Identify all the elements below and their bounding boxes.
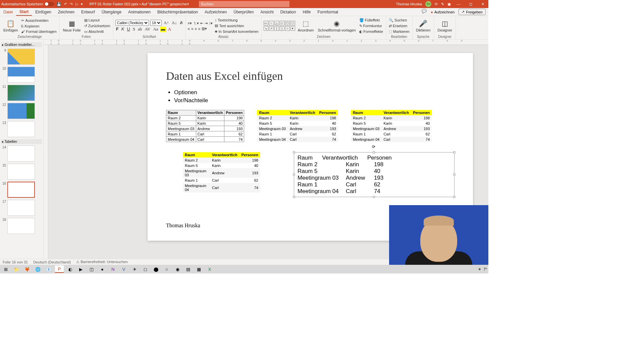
smartart-button[interactable]: ◈ In SmartArt konvertieren <box>214 29 259 34</box>
tab-dictation[interactable]: Dictation <box>277 8 300 16</box>
section-button[interactable]: ▭ Abschnitt <box>84 29 111 34</box>
slide-thumbnails[interactable]: ▸ Grafiken modellier... 9 10 11 12 13 ▸ … <box>0 40 44 259</box>
search-input[interactable] <box>199 1 289 7</box>
app-icon[interactable]: ◐ <box>66 265 74 273</box>
strike-button[interactable]: ab <box>137 26 143 32</box>
draw-icon[interactable]: ✎ <box>441 2 444 6</box>
font-name-select[interactable]: Calibri (Textkörper) <box>115 20 149 26</box>
columns-icon[interactable]: ▥▾ <box>202 26 207 31</box>
autosave-toggle[interactable]: Automatisches Speichern <box>1 2 54 6</box>
slide-bullets[interactable]: Optionen Vor/Nachteile <box>166 89 454 104</box>
thumb-13[interactable]: 13 <box>1 121 42 137</box>
thumb-15[interactable]: 15 <box>1 164 42 180</box>
tab-einfuegen[interactable]: Einfügen <box>32 8 54 16</box>
undo-icon[interactable]: ↶ <box>64 2 67 6</box>
weather-icon[interactable]: ☀ <box>478 267 481 272</box>
tab-aufzeichnen[interactable]: Aufzeichnen <box>201 8 230 16</box>
minimize-button[interactable]: — <box>454 2 463 6</box>
tab-start[interactable]: Start <box>16 8 32 16</box>
bold-button[interactable]: F <box>115 26 119 32</box>
visio-icon[interactable]: V <box>119 265 128 273</box>
numbering-icon[interactable]: ⒈▾ <box>193 21 199 26</box>
indent-dec-icon[interactable]: ⇤ <box>200 21 203 25</box>
clear-format-icon[interactable]: A̷ <box>179 20 183 25</box>
line-spacing-icon[interactable]: ↕▾ <box>209 21 213 25</box>
comments-icon[interactable]: 💬 <box>422 9 427 15</box>
tab-hilfe[interactable]: Hilfe <box>299 8 314 16</box>
toggle-switch[interactable] <box>45 2 54 6</box>
effects-button[interactable]: ◐ Formeffekte <box>359 29 384 34</box>
table-4[interactable]: RaumVerantwortlichPersonenRaum 2Karin198… <box>183 152 260 192</box>
firefox-icon[interactable]: 🦊 <box>23 265 32 273</box>
app-icon-5[interactable]: ○ <box>162 265 171 273</box>
shrink-font-icon[interactable]: A↓ <box>171 20 178 25</box>
copy-button[interactable]: ⎘ Kopieren <box>20 24 57 28</box>
underline-button[interactable]: U <box>126 26 130 32</box>
paste-button[interactable]: 📋Einfügen <box>2 19 19 33</box>
share-button[interactable]: ↗ Freigeben <box>459 9 486 15</box>
explorer-icon[interactable]: 📁 <box>12 265 21 273</box>
shapes-gallery[interactable]: ▭○△◇⬠⬡ ↘↗{}☆▾ <box>264 21 295 31</box>
resize-handle[interactable] <box>453 151 455 154</box>
thumb-18[interactable]: 18 <box>1 218 42 234</box>
app-icon-4[interactable]: ◻ <box>141 265 150 273</box>
tab-zeichnen[interactable]: Zeichnen <box>55 8 78 16</box>
chrome-icon[interactable]: 🌐 <box>34 265 42 273</box>
select-button[interactable]: ⬚ Markieren <box>388 29 410 34</box>
sync-icon[interactable]: ⟳ <box>435 2 438 6</box>
bullets-icon[interactable]: ≡▾ <box>188 21 192 25</box>
outline-button[interactable]: ✎ Formkontur <box>359 23 384 28</box>
find-button[interactable]: 🔍 Suchen <box>388 18 410 23</box>
app-icon-8[interactable]: ▦ <box>195 265 203 273</box>
highlight-button[interactable]: ▬ <box>160 26 166 32</box>
vlc-icon[interactable]: ▶ <box>76 265 85 273</box>
slideshow-icon[interactable]: ▷ <box>75 2 78 6</box>
resize-handle[interactable] <box>373 151 375 154</box>
section-header-2[interactable]: ▸ Tabellen <box>1 139 42 144</box>
start-button[interactable]: ⊞ <box>1 265 10 273</box>
fill-button[interactable]: 🪣 Fülleffekt <box>359 18 384 23</box>
user-name[interactable]: Thomas Hruska <box>396 2 422 6</box>
more-icon[interactable]: ▾ <box>81 2 83 6</box>
cut-button[interactable]: ✂ Ausschneiden <box>20 18 57 23</box>
thumb-12[interactable]: 12 <box>1 103 42 119</box>
italic-button[interactable]: K <box>121 26 125 32</box>
tab-formformat[interactable]: Formformat <box>314 8 341 16</box>
onenote-icon[interactable]: N <box>109 265 117 273</box>
thumb-17[interactable]: 17 <box>1 200 42 216</box>
table-1[interactable]: RaumVerantwortlichPersonenRaum 2Karin198… <box>166 110 244 142</box>
align-center-icon[interactable]: ≡ <box>191 27 193 31</box>
quick-styles-button[interactable]: ◉Schnellformat-vorlagen <box>316 19 357 33</box>
obs-icon[interactable]: ⬤ <box>152 265 160 273</box>
grow-font-icon[interactable]: A↑ <box>163 20 170 25</box>
thumb-11[interactable]: 11 <box>1 85 42 101</box>
tab-ansicht[interactable]: Ansicht <box>257 8 277 16</box>
tab-bildschirm[interactable]: Bildschirmpräsentation <box>154 8 201 16</box>
tab-datei[interactable]: Datei <box>0 8 16 16</box>
align-right-icon[interactable]: ≡ <box>195 27 197 31</box>
slide-title[interactable]: Daten aus Excel einfügen <box>166 70 454 82</box>
user-avatar[interactable]: TH <box>425 1 431 7</box>
app-icon-7[interactable]: ▤ <box>184 265 193 273</box>
weather-temp[interactable]: 7° <box>483 267 487 271</box>
window-icon[interactable]: ▣ <box>447 2 451 6</box>
outlook-icon[interactable]: 📧 <box>44 265 53 273</box>
app-icon-6[interactable]: ◉ <box>173 265 182 273</box>
font-size-select[interactable]: 18 <box>150 20 162 26</box>
redo-icon[interactable]: ↷ <box>70 2 73 6</box>
slide-footer[interactable]: Thomas Hruska <box>166 223 200 229</box>
language-status[interactable]: Deutsch (Deutschland) <box>33 260 71 264</box>
powerpoint-icon[interactable]: P <box>55 265 64 273</box>
text-direction-button[interactable]: ↕ Textrichtung <box>214 18 259 22</box>
selected-text-box[interactable]: ⟳ RaumVerantwortlichPersonenRaum 2Karin1… <box>294 152 454 197</box>
thumb-14[interactable]: 14 <box>1 145 42 162</box>
indent-inc-icon[interactable]: ⇥ <box>205 21 208 25</box>
resize-handle[interactable] <box>453 196 455 198</box>
thumb-16[interactable]: 16 <box>1 182 42 198</box>
slide-counter[interactable]: Folie 16 von 31 <box>3 260 28 264</box>
font-color-button[interactable]: A <box>167 26 172 32</box>
table-3[interactable]: RaumVerantwortlichPersonenRaum 2Karin198… <box>351 110 432 142</box>
tab-ueberpruefen[interactable]: Überprüfen <box>230 8 257 16</box>
spacing-button[interactable]: AV <box>144 26 151 32</box>
align-justify-icon[interactable]: ≡ <box>198 27 200 31</box>
